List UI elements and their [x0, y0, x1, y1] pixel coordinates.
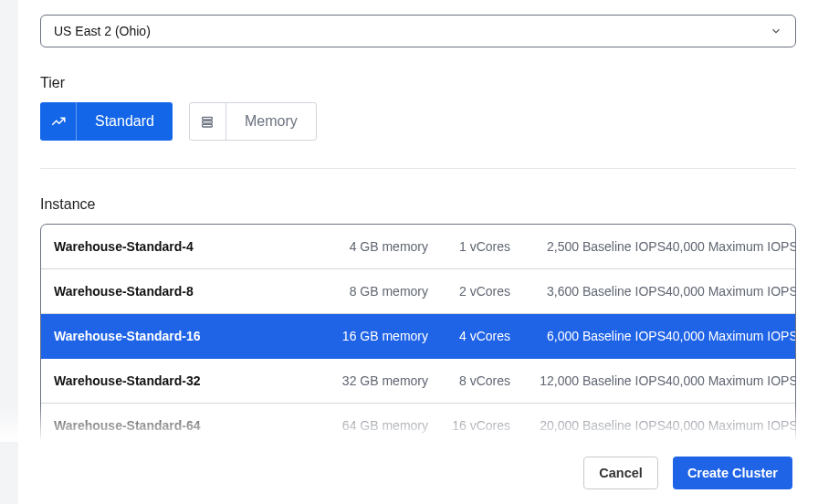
trend-icon: [40, 102, 77, 141]
instance-name: Warehouse-Standard-8: [54, 284, 309, 299]
instance-cores: 16 vCores: [428, 418, 510, 433]
instance-baseline-iops: 2,500 Baseline IOPS: [510, 239, 666, 254]
config-panel: US East 2 (Ohio) Tier Standard Memory In…: [18, 0, 818, 504]
cancel-button[interactable]: Cancel: [583, 457, 658, 489]
chevron-down-icon: [770, 25, 782, 37]
instance-row[interactable]: Warehouse-Standard-16 16 GB memory 4 vCo…: [41, 314, 795, 359]
stack-icon: [190, 103, 226, 140]
instance-max-iops: 40,000 Maximum IOPS: [666, 373, 796, 388]
instance-row[interactable]: Warehouse-Standard-32 32 GB memory 8 vCo…: [41, 359, 795, 404]
instance-cores: 2 vCores: [428, 284, 510, 299]
region-value: US East 2 (Ohio): [54, 24, 151, 38]
instance-baseline-iops: 12,000 Baseline IOPS: [510, 373, 666, 388]
svg-rect-1: [203, 121, 213, 123]
instance-cores: 8 vCores: [428, 373, 510, 388]
instance-memory: 16 GB memory: [309, 329, 428, 343]
instance-memory: 4 GB memory: [309, 239, 428, 254]
tier-standard-label: Standard: [77, 102, 173, 141]
instance-cores: 1 vCores: [428, 239, 510, 254]
instance-cores: 4 vCores: [428, 329, 510, 343]
tier-label: Tier: [40, 75, 796, 91]
instance-row[interactable]: Warehouse-Standard-4 4 GB memory 1 vCore…: [41, 225, 795, 269]
instance-max-iops: 40,000 Maximum IOPS: [666, 329, 796, 343]
instance-name: Warehouse-Standard-16: [54, 329, 309, 343]
instance-max-iops: 40,000 Maximum IOPS: [666, 418, 796, 433]
tier-memory-label: Memory: [226, 103, 316, 140]
instance-label: Instance: [40, 196, 796, 213]
instance-baseline-iops: 6,000 Baseline IOPS: [510, 329, 666, 343]
instance-max-iops: 40,000 Maximum IOPS: [666, 284, 796, 299]
region-dropdown[interactable]: US East 2 (Ohio): [40, 15, 796, 47]
instance-row[interactable]: Warehouse-Standard-8 8 GB memory 2 vCore…: [41, 269, 795, 314]
instance-name: Warehouse-Standard-4: [54, 239, 309, 254]
instance-name: Warehouse-Standard-32: [54, 373, 309, 388]
tier-memory-button[interactable]: Memory: [189, 102, 317, 141]
instance-name: Warehouse-Standard-64: [54, 418, 309, 433]
footer-bar: Cancel Create Cluster: [18, 442, 818, 504]
instance-baseline-iops: 3,600 Baseline IOPS: [510, 284, 666, 299]
instance-baseline-iops: 20,000 Baseline IOPS: [510, 418, 666, 433]
instance-memory: 32 GB memory: [309, 373, 428, 388]
instance-memory: 8 GB memory: [309, 284, 428, 299]
tier-selector: Standard Memory: [40, 102, 796, 141]
instance-table: Warehouse-Standard-4 4 GB memory 1 vCore…: [40, 224, 796, 449]
svg-rect-2: [203, 124, 213, 127]
instance-max-iops: 40,000 Maximum IOPS: [666, 239, 796, 254]
instance-memory: 64 GB memory: [309, 418, 428, 433]
divider: [40, 168, 796, 169]
create-cluster-button[interactable]: Create Cluster: [673, 457, 792, 489]
svg-rect-0: [203, 117, 213, 120]
tier-standard-button[interactable]: Standard: [40, 102, 173, 141]
